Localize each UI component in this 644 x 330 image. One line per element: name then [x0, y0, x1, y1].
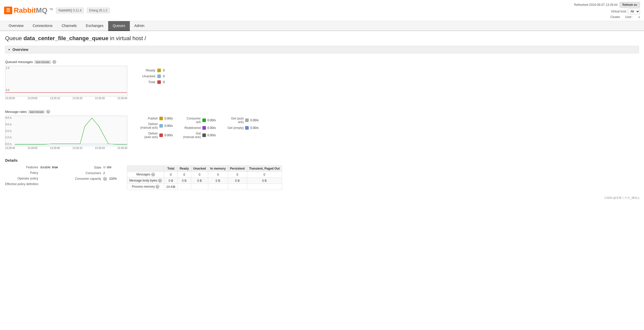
rates-deliver-auto-color [159, 133, 163, 137]
rates-legend: Publish 0.00/s Deliver(manual ack) 0.00/… [137, 116, 259, 139]
queued-messages-title: Queued messages last minute ? [5, 60, 639, 64]
legend-unacked-color [157, 74, 161, 78]
legend-total-color [157, 80, 161, 84]
row-bodybytes-label: Message body bytes ? [127, 178, 164, 184]
legend-total: Total 0 [137, 80, 165, 84]
procmem-help[interactable]: ? [156, 185, 159, 189]
vhost-row: Virtual host All [611, 9, 640, 14]
legend-unacked: Unacked 0 [137, 74, 165, 78]
row-procmem-label: Process memory ? [127, 184, 164, 190]
table-header-row: Total Ready Unacked In memory Persistent… [127, 166, 282, 172]
nav-exchanges[interactable]: Exchanges [81, 21, 108, 31]
version-badge: RabbitMQ 3.11.4 [56, 8, 84, 13]
row-procmem-inmem [208, 184, 228, 190]
rates-col2: Consumerack 0.00/s Redelivered 0.00/s Ge… [180, 117, 216, 139]
legend-ready-label: Ready [137, 68, 155, 72]
row-messages-transient: 0 [247, 172, 282, 178]
features-bool: true [52, 166, 58, 169]
rates-chart-container: 4.0 /s 3.0 /s 2.0 /s 1.0 /s 0.0 /s [5, 116, 639, 150]
queue-name: data_center_file_change_queue [23, 35, 108, 41]
section-header-overview[interactable]: ▼ Overview [5, 46, 639, 53]
top-right: Refreshed 2024-06-07 13:29:44 Refresh ev… [574, 2, 640, 19]
bodybytes-help[interactable]: ? [158, 179, 162, 183]
row-messages-inmem: 0 [208, 172, 228, 178]
row-procmem-persistent [228, 184, 247, 190]
nav-admin[interactable]: Admin [130, 21, 149, 31]
state-value: idle [103, 166, 111, 169]
legend-unacked-label: Unacked [137, 74, 155, 78]
rates-publish-color [159, 117, 163, 120]
eff-policy-label: Effective policy definition [5, 182, 38, 186]
rates-chart-xaxis: 13:28:40 13:28:50 13:29:00 13:29:10 13:2… [5, 146, 127, 150]
section-label: Overview [12, 48, 28, 52]
rates-deliver-auto-label: Deliver(auto ack) [137, 132, 158, 139]
consumer-capacity-label: Consumer capacity [68, 177, 101, 181]
vhost-select[interactable]: All [628, 9, 640, 14]
overview-section: ▼ Overview Queued messages last minute ?… [5, 46, 639, 153]
page-content: Queue data_center_file_change_queue in v… [0, 31, 644, 194]
rates-redelivered-color [202, 126, 206, 130]
row-messages-persistent: 0 [228, 172, 247, 178]
consumer-capacity-help[interactable]: ? [103, 177, 107, 181]
refresh-text: Refreshed 2024-06-07 13:29:44 [574, 3, 618, 7]
queued-messages-area: Queued messages last minute ? 1.0 0.0 [5, 53, 639, 103]
logo-mq: MQ [36, 6, 47, 14]
user-value: v [638, 15, 640, 19]
rates-chart-with-xaxis: 4.0 /s 3.0 /s 2.0 /s 1.0 /s 0.0 /s [5, 116, 127, 150]
rates-redelivered: Redelivered 0.00/s [180, 126, 216, 130]
state-text: idle [107, 166, 111, 169]
logo-rabbit: Rabbit [14, 6, 36, 14]
user-label: User : [625, 15, 633, 19]
consumer-capacity-value: 100% [109, 177, 117, 181]
th-transient: Transient, Paged Out [247, 166, 282, 172]
consumer-capacity-row: Consumer capacity ? 100% [68, 177, 117, 181]
cluster-user-row: Cluster User : v [610, 15, 640, 19]
row-bodybytes-persistent: 0 B [228, 178, 247, 184]
rates-consumer-ack-label: Consumerack [180, 117, 201, 124]
rates-deliver-manual-label: Deliver(manual ack) [137, 122, 158, 130]
refresh-button[interactable]: Refresh ev [620, 2, 640, 8]
rates-get-manual: Get(manual ack) 0.00/s [180, 132, 216, 139]
rates-deliver-auto-value: 0.00/s [164, 133, 173, 137]
queued-chart-svg [5, 66, 127, 96]
th-total: Total [164, 166, 177, 172]
rates-help-icon[interactable]: ? [46, 110, 50, 114]
legend-unacked-value: 0 [163, 74, 165, 78]
eff-policy-row: Effective policy definition [5, 182, 58, 186]
rates-redelivered-label: Redelivered [180, 126, 201, 130]
chart-y-bottom: 0.0 [6, 89, 9, 92]
queued-chart-xaxis: 13:28:50 13:29:00 13:29:10 13:29:20 13:2… [5, 96, 127, 100]
message-rates-area: Message rates last minute ? 4.0 /s 3.0 /… [5, 103, 639, 153]
logo-tm: TM [49, 8, 53, 11]
rates-consumer-ack-color [202, 118, 206, 122]
policy-row: Policy [5, 171, 58, 175]
queued-help-icon[interactable]: ? [52, 60, 56, 64]
policy-label: Policy [5, 171, 38, 175]
row-procmem-total: 24 KiB [164, 184, 177, 190]
consumers-label: Consumers [68, 171, 101, 175]
rates-badge: last minute [28, 110, 45, 114]
row-procmem-transient [247, 184, 282, 190]
nav-queues[interactable]: Queues [108, 21, 130, 31]
queued-badge: last minute [34, 60, 51, 64]
cluster-label: Cluster [610, 15, 620, 19]
legend-ready: Ready 0 [137, 68, 165, 72]
consumers-row: Consumers 2 [68, 171, 117, 175]
nav-connections[interactable]: Connections [28, 21, 57, 31]
messages-help[interactable]: ? [151, 173, 155, 176]
footer-text: CSDN @天草二十六_简对人 [604, 196, 640, 199]
nav-channels[interactable]: Channels [57, 21, 81, 31]
rates-yaxis: 4.0 /s 3.0 /s 2.0 /s 1.0 /s 0.0 /s [5, 116, 11, 146]
rates-redelivered-value: 0.00/s [207, 126, 216, 130]
rates-get-auto: Get (autoack) 0.00/s [223, 117, 259, 124]
state-dot [103, 166, 106, 169]
state-row: State idle [68, 166, 117, 169]
rates-publish: Publish 0.00/s [137, 117, 173, 120]
nav-overview[interactable]: Overview [4, 21, 28, 31]
rates-consumer-ack-value: 0.00/s [207, 118, 216, 122]
row-bodybytes-inmem: 0 B [208, 178, 228, 184]
queue-vhost: in virtual host / [110, 35, 146, 41]
nav-bar: Overview Connections Channels Exchanges … [0, 21, 644, 31]
table-row: Process memory ? 24 KiB [127, 184, 282, 190]
chart-y-top: 1.0 [6, 67, 9, 69]
